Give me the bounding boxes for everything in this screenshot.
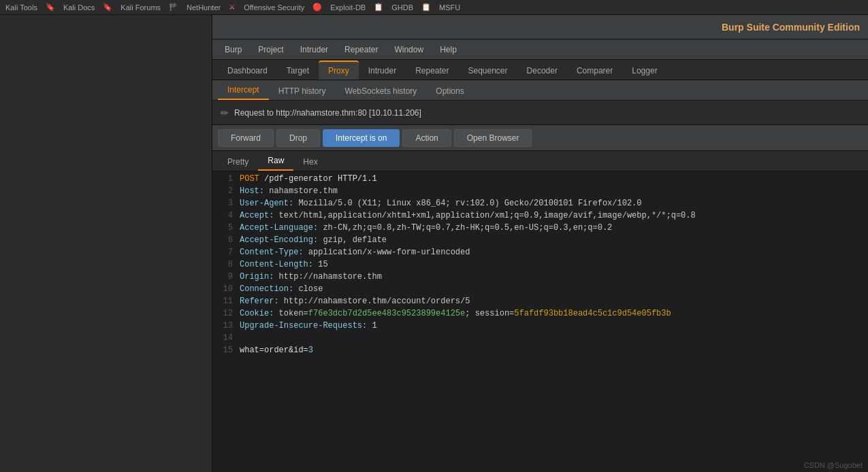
right-panel: Burp Suite Community Edition Burp Projec… [212,15,868,472]
line-content [240,333,868,345]
table-row: 13Upgrade-Insecure-Requests: 1 [212,321,868,333]
table-row: 9Origin: http://nahamstore.thm [212,272,868,284]
tab-top-sequencer[interactable]: Sequencer [459,62,517,80]
menu-burp[interactable]: Burp [218,42,248,57]
menu-project[interactable]: Project [251,42,290,57]
code-area[interactable]: 1POST /pdf-generator HTTP/1.12Host: naha… [212,171,868,472]
footer: CSDN @Sugobet [799,458,868,472]
tab-pretty[interactable]: Pretty [218,153,258,171]
line-number: 13 [212,321,240,333]
pencil-icon: ✏ [221,107,229,118]
tab-bar-second: Intercept HTTP history WebSockets histor… [212,80,868,101]
table-row: 6Accept-Encoding: gzip, deflate [212,235,868,248]
line-number: 1 [212,174,240,186]
tab-top-proxy[interactable]: Proxy [319,61,359,80]
tab-hex[interactable]: Hex [293,153,327,171]
table-row: 12Cookie: token=f76e3dcb7d2d5ee483c95238… [212,309,868,321]
line-content: Accept-Language: zh-CN,zh;q=0.8,zh-TW;q=… [240,223,868,235]
app-title: Burp Suite Community Edition [722,22,860,33]
line-content: Content-Length: 15 [240,260,868,272]
forward-button[interactable]: Forward [218,129,274,147]
line-number: 7 [212,248,240,260]
browser-tool-exploit-db[interactable]: Exploit-DB [330,3,366,12]
tab-top-target[interactable]: Target [277,62,319,80]
line-number: 11 [212,297,240,309]
line-content: POST /pdf-generator HTTP/1.1 [240,174,868,186]
menu-window[interactable]: Window [387,42,430,57]
open-browser-button[interactable]: Open Browser [454,129,532,147]
line-content: what=order&id=3 [240,345,868,358]
view-tabs: Pretty Raw Hex [212,151,868,171]
line-content: Referer: http://nahamstore.thm/account/o… [240,297,868,309]
tab-http-history[interactable]: HTTP history [269,82,336,100]
line-number: 6 [212,235,240,248]
tab-top-decoder[interactable]: Decoder [517,62,567,80]
table-row: 11Referer: http://nahamstore.thm/account… [212,297,868,309]
line-content: Accept: text/html,application/xhtml+xml,… [240,211,868,223]
line-number: 10 [212,284,240,297]
line-number: 8 [212,260,240,272]
browser-tool-offensive-security[interactable]: Offensive Security [244,3,304,12]
tab-bar-top: Dashboard Target Proxy Intruder Repeater… [212,60,868,80]
intercept-on-button[interactable]: Intercept is on [323,129,400,147]
line-number: 5 [212,223,240,235]
table-row: 8Content-Length: 15 [212,260,868,272]
line-content: User-Agent: Mozilla/5.0 (X11; Linux x86_… [240,199,868,211]
menu-bar: Burp Project Intruder Repeater Window He… [212,39,868,60]
browser-tool-nethunter[interactable]: NetHunter [187,3,221,12]
request-info: ✏ Request to http://nahamstore.thm:80 [1… [212,101,868,125]
table-row: 7Content-Type: application/x-www-form-ur… [212,248,868,260]
left-panel [0,15,212,472]
table-row: 5Accept-Language: zh-CN,zh;q=0.8,zh-TW;q… [212,223,868,235]
table-row: 2Host: nahamstore.thm [212,186,868,199]
line-content: Host: nahamstore.thm [240,186,868,199]
line-content: Content-Type: application/x-www-form-url… [240,248,868,260]
menu-intruder[interactable]: Intruder [293,42,335,57]
tab-top-dashboard[interactable]: Dashboard [218,62,277,80]
tab-top-comparer[interactable]: Comparer [567,62,622,80]
tab-raw[interactable]: Raw [258,152,293,171]
table-row: 15what=order&id=3 [212,345,868,358]
tab-websockets-history[interactable]: WebSockets history [336,82,427,100]
tab-options[interactable]: Options [426,82,473,100]
line-content: Cookie: token=f76e3dcb7d2d5ee483c9523899… [240,309,868,321]
table-row: 1POST /pdf-generator HTTP/1.1 [212,174,868,186]
request-url: Request to http://nahamstore.thm:80 [10.… [234,108,421,118]
line-content: Accept-Encoding: gzip, deflate [240,235,868,248]
line-content: Origin: http://nahamstore.thm [240,272,868,284]
table-row: 3User-Agent: Mozilla/5.0 (X11; Linux x86… [212,199,868,211]
line-number: 12 [212,309,240,321]
line-number: 9 [212,272,240,284]
tab-top-intruder[interactable]: Intruder [359,62,406,80]
line-number: 4 [212,211,240,223]
tab-top-logger[interactable]: Logger [622,62,666,80]
line-number: 2 [212,186,240,199]
drop-button[interactable]: Drop [276,129,320,147]
tab-intercept[interactable]: Intercept [218,81,269,100]
browser-bar: Kali Tools 🔖 Kali Docs 🔖 Kali Forums 🏴 N… [0,0,868,15]
browser-tool-ghdb[interactable]: GHDB [391,3,413,12]
table-row: 10Connection: close [212,284,868,297]
menu-help[interactable]: Help [433,42,464,57]
table-row: 4Accept: text/html,application/xhtml+xml… [212,211,868,223]
line-number: 3 [212,199,240,211]
line-content: Upgrade-Insecure-Requests: 1 [240,321,868,333]
browser-tool-kali-forums[interactable]: Kali Forums [120,3,161,12]
burp-header: Burp Suite Community Edition [212,15,868,39]
action-bar: Forward Drop Intercept is on Action Open… [212,125,868,151]
line-content: Connection: close [240,284,868,297]
browser-tool-kali-tools[interactable]: Kali Tools [5,3,37,12]
line-number: 14 [212,333,240,345]
browser-tool-kali-docs[interactable]: Kali Docs [63,3,95,12]
table-row: 14 [212,333,868,345]
action-button[interactable]: Action [402,129,451,147]
menu-repeater[interactable]: Repeater [338,42,385,57]
browser-tool-msfu[interactable]: MSFU [439,3,460,12]
tab-top-repeater[interactable]: Repeater [406,62,458,80]
line-number: 15 [212,345,240,358]
